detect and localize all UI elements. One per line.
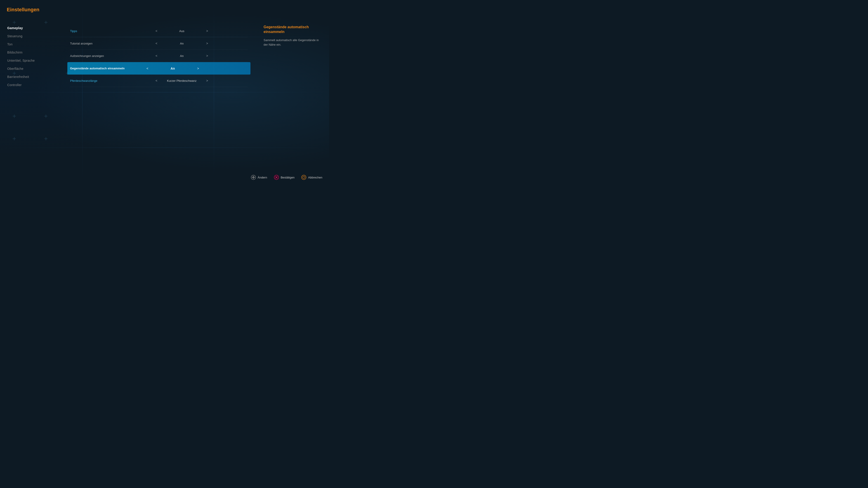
settings-content: Tipps < Aus > Tutorial anzeigen < An > A…: [52, 7, 257, 171]
action-confirm-label: Bestätigen: [281, 176, 294, 179]
sidebar-item-controller[interactable]: Controller: [4, 81, 48, 89]
sidebar: Einstellungen Gameplay Steuerung Ton Bil…: [0, 7, 52, 171]
setting-label-pferdeschwanz: Pferdeschwanzlänge: [70, 79, 127, 83]
cross-icon: [274, 175, 279, 180]
setting-label-gegenstaende: Gegenstände automatisch einsammeln: [70, 67, 127, 70]
svg-marker-1: [253, 176, 254, 177]
setting-label-tipps: Tipps: [70, 29, 127, 33]
gegenstaende-value-group: < An >: [145, 66, 201, 71]
svg-point-9: [302, 175, 306, 180]
bottom-bar: Ändern Bestätigen Abbrechen: [251, 175, 322, 180]
setting-label-aufzeichnungen: Aufzeichnungen anzeigen: [70, 54, 127, 58]
sidebar-item-barrierefreiheit[interactable]: Barrierefreiheit: [4, 73, 48, 81]
sidebar-item-gameplay[interactable]: Gameplay: [4, 24, 48, 32]
info-title: Gegenstände automatisch einsammeln: [264, 25, 322, 34]
sidebar-item-steuerung[interactable]: Steuerung: [4, 32, 48, 40]
tutorial-arrow-right[interactable]: >: [204, 41, 210, 46]
tipps-arrow-left[interactable]: <: [154, 28, 159, 34]
gegenstaende-value: An: [155, 67, 191, 70]
aufzeichnungen-value: An: [164, 54, 200, 58]
pferdeschwanz-value: Kurzer Pferdeschwanz: [164, 79, 200, 83]
tipps-value: Aus: [164, 29, 200, 33]
aufzeichnungen-arrow-right[interactable]: >: [204, 53, 210, 59]
aufzeichnungen-value-group: < An >: [154, 53, 210, 59]
sidebar-item-ton[interactable]: Ton: [4, 40, 48, 48]
settings-row-tipps[interactable]: Tipps < Aus >: [70, 25, 248, 37]
settings-row-aufzeichnungen[interactable]: Aufzeichnungen anzeigen < An >: [70, 50, 248, 62]
sidebar-item-untertitel[interactable]: Untertitel, Sprache: [4, 57, 48, 65]
settings-row-gegenstaende[interactable]: Gegenstände automatisch einsammeln < An …: [67, 62, 250, 74]
sidebar-item-bildschirm[interactable]: Bildschirm: [4, 48, 48, 57]
action-change-label: Ändern: [258, 176, 267, 179]
tutorial-value-group: < An >: [154, 41, 210, 46]
action-confirm[interactable]: Bestätigen: [274, 175, 294, 180]
pferdeschwanz-arrow-right[interactable]: >: [204, 78, 210, 84]
svg-point-10: [303, 176, 305, 178]
info-panel: Gegenstände automatisch einsammeln Samme…: [257, 7, 329, 171]
svg-marker-4: [254, 177, 255, 178]
tipps-value-group: < Aus >: [154, 28, 210, 34]
action-change[interactable]: Ändern: [251, 175, 267, 180]
pferdeschwanz-arrow-left[interactable]: <: [154, 78, 159, 84]
circle-icon: [301, 175, 306, 180]
tipps-arrow-right[interactable]: >: [204, 28, 210, 34]
gegenstaende-arrow-right[interactable]: >: [195, 66, 201, 71]
svg-point-5: [253, 177, 254, 178]
sidebar-item-oberflache[interactable]: Oberfläche: [4, 65, 48, 73]
action-cancel-label: Abbrechen: [308, 176, 322, 179]
tutorial-value: An: [164, 42, 200, 45]
main-container: Einstellungen Gameplay Steuerung Ton Bil…: [0, 0, 329, 184]
page-title: Einstellungen: [4, 7, 48, 13]
svg-marker-2: [253, 178, 254, 179]
setting-label-tutorial: Tutorial anzeigen: [70, 42, 127, 45]
svg-marker-3: [252, 177, 253, 178]
info-description: Sammelt automatisch alle Gegenstände in …: [264, 38, 322, 47]
dpad-icon: [251, 175, 256, 180]
action-cancel[interactable]: Abbrechen: [301, 175, 322, 180]
aufzeichnungen-arrow-left[interactable]: <: [154, 53, 159, 59]
tutorial-arrow-left[interactable]: <: [154, 41, 159, 46]
settings-row-tutorial[interactable]: Tutorial anzeigen < An >: [70, 37, 248, 50]
settings-row-pferdeschwanz[interactable]: Pferdeschwanzlänge < Kurzer Pferdeschwan…: [70, 74, 248, 87]
pferdeschwanz-value-group: < Kurzer Pferdeschwanz >: [154, 78, 210, 84]
gegenstaende-arrow-left[interactable]: <: [145, 66, 150, 71]
